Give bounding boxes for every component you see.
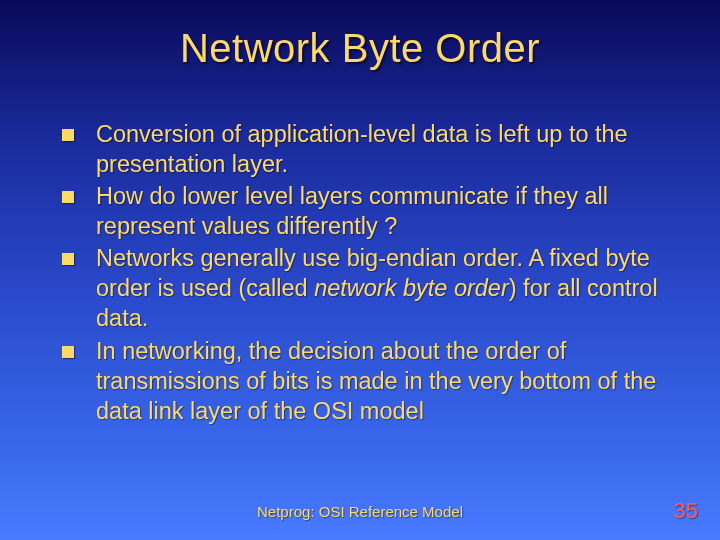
square-bullet-icon	[62, 129, 74, 141]
square-bullet-icon	[62, 191, 74, 203]
bullet-text-emphasis: network byte order	[314, 275, 509, 301]
slide-footer: Netprog: OSI Reference Model	[0, 503, 720, 520]
bullet-text: Networks generally use big-endian order.…	[96, 243, 678, 333]
list-item: How do lower level layers communicate if…	[62, 181, 678, 241]
list-item: In networking, the decision about the or…	[62, 336, 678, 426]
slide-body: Conversion of application-level data is …	[0, 71, 720, 426]
page-number: 35	[674, 498, 698, 524]
bullet-text: In networking, the decision about the or…	[96, 336, 678, 426]
list-item: Conversion of application-level data is …	[62, 119, 678, 179]
slide-title: Network Byte Order	[0, 0, 720, 71]
bullet-text: Conversion of application-level data is …	[96, 119, 678, 179]
square-bullet-icon	[62, 253, 74, 265]
bullet-text: How do lower level layers communicate if…	[96, 181, 678, 241]
square-bullet-icon	[62, 346, 74, 358]
list-item: Networks generally use big-endian order.…	[62, 243, 678, 333]
